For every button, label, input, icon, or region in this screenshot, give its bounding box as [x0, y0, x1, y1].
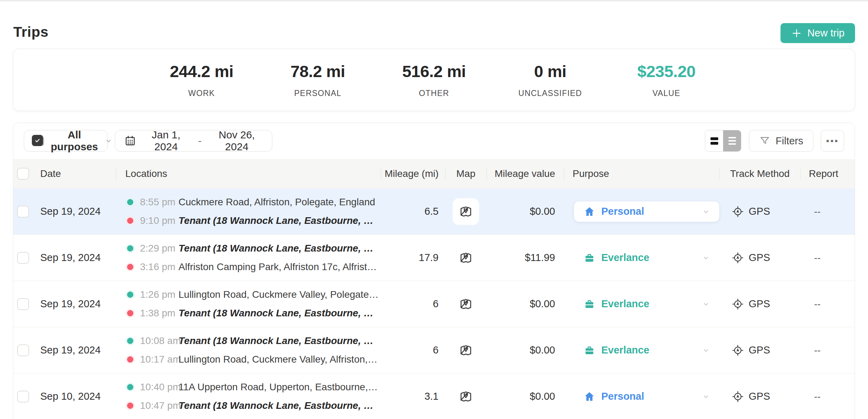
trip-mileage-value: $0.00 [486, 298, 564, 310]
trip-mileage-value: $0.00 [486, 391, 564, 402]
stat-other-label: OTHER [376, 89, 492, 98]
row-checkbox-cell [13, 298, 38, 310]
trip-start-location: Tenant (18 Wannock Lane, Eastbourne, Eng… [178, 243, 380, 254]
trip-track-method: GPS [719, 252, 800, 264]
purpose-select[interactable]: Personal [574, 386, 719, 407]
chevron-down-icon [104, 137, 113, 145]
row-checkbox[interactable] [17, 252, 29, 264]
trip-mileage-value: $0.00 [486, 206, 564, 217]
purpose-label: Personal [601, 206, 644, 217]
map-button[interactable] [453, 383, 479, 410]
trip-mileage-value: $11.99 [486, 252, 564, 263]
trip-mileage: 6.5 [381, 206, 445, 217]
row-checkbox[interactable] [17, 391, 29, 403]
trip-map-cell [445, 337, 486, 364]
purpose-select[interactable]: Everlance [574, 294, 719, 314]
trip-start-time: 8:55 pm [140, 197, 178, 208]
trip-mileage: 6 [381, 298, 445, 310]
trip-start: 1:26 pm Lullington Road, Cuckmere Valley… [126, 289, 381, 300]
trip-end: 3:16 pm Alfriston Camping Park, Alfristo… [126, 262, 381, 272]
briefcase-icon [583, 252, 596, 264]
trip-start-location: Cuckmere Road, Alfriston, Polegate, Engl… [178, 197, 375, 208]
calendar-icon [124, 135, 136, 147]
purpose-filter-dropdown[interactable]: All purposes [24, 130, 108, 152]
stat-unclassified-value: 0 mi [492, 62, 608, 81]
map-pin-icon [458, 204, 474, 219]
page-header: Trips New trip [0, 1, 868, 49]
map-pin-icon [458, 250, 474, 266]
select-all-checkbox[interactable] [17, 168, 29, 180]
track-method-label: GPS [749, 391, 770, 402]
checked-square-icon [32, 135, 44, 147]
purpose-select[interactable]: Everlance [574, 248, 719, 268]
card-view-toggle[interactable] [705, 130, 723, 151]
table-row[interactable]: Sep 19, 2024 10:08 am Tenant (18 Wannock… [13, 327, 855, 373]
chevron-down-icon [702, 254, 710, 262]
purpose-select[interactable]: Personal [574, 201, 719, 222]
trip-track-method: GPS [719, 391, 800, 403]
trip-report: -- [800, 345, 855, 356]
trip-end-time: 10:47 pm [140, 400, 178, 411]
stat-unclassified: 0 mi UNCLASSIFIED [492, 62, 608, 98]
gps-compass-icon [732, 252, 744, 264]
row-checkbox-cell [13, 344, 38, 356]
trip-map-cell [445, 198, 486, 225]
trip-track-method: GPS [719, 344, 800, 356]
trip-end-location: Alfriston Camping Park, Alfriston 17c, A… [178, 261, 380, 273]
select-all-checkbox-cell [13, 159, 38, 188]
more-options-button[interactable]: ••• [821, 130, 844, 152]
trip-purpose-cell: Personal [564, 386, 719, 407]
row-checkbox[interactable] [17, 344, 29, 356]
column-header-map: Map [445, 159, 486, 188]
table-row[interactable]: Sep 10, 2024 10:40 pm 11A Upperton Road,… [13, 373, 855, 419]
trip-locations: 1:26 pm Lullington Road, Cuckmere Valley… [116, 289, 381, 318]
page-title: Trips [13, 24, 48, 40]
map-button[interactable] [453, 337, 479, 364]
trip-track-method: GPS [719, 298, 800, 310]
trip-locations: 10:08 am Tenant (18 Wannock Lane, Eastbo… [116, 336, 381, 365]
end-dot-icon [126, 217, 134, 225]
trip-summary-card: 244.2 mi WORK 78.2 mi PERSONAL 516.2 mi … [13, 49, 855, 111]
column-header-track-method: Track Method [719, 159, 800, 188]
map-pin-icon [458, 343, 474, 358]
purpose-select[interactable]: Everlance [574, 340, 719, 360]
trip-mileage: 3.1 [381, 391, 445, 402]
start-dot-icon [126, 244, 134, 253]
stat-other: 516.2 mi OTHER [376, 62, 492, 98]
stat-unclassified-label: UNCLASSIFIED [492, 89, 608, 98]
stat-personal-value: 78.2 mi [260, 62, 376, 81]
filters-button[interactable]: Filters [749, 130, 813, 152]
new-trip-button[interactable]: New trip [780, 23, 855, 43]
trip-start: 2:29 pm Tenant (18 Wannock Lane, Eastbou… [126, 243, 381, 254]
trip-end: 10:47 pm Tenant (18 Wannock Lane, Eastbo… [126, 400, 381, 411]
chevron-down-icon [702, 300, 710, 308]
trip-end-time: 9:10 pm [140, 215, 178, 226]
row-checkbox-cell [13, 252, 38, 264]
list-view-toggle[interactable] [723, 130, 741, 151]
row-checkbox[interactable] [17, 298, 29, 310]
date-range-end: Nov 26, 2024 [211, 129, 263, 153]
table-row[interactable]: Sep 19, 2024 8:55 pm Cuckmere Road, Alfr… [13, 188, 855, 235]
trip-end-location: Tenant (18 Wannock Lane, Eastbourne, Eng… [178, 215, 380, 226]
trip-start: 10:40 pm 11A Upperton Road, Upperton, Ea… [126, 382, 381, 392]
track-method-label: GPS [749, 206, 770, 217]
table-row[interactable]: Sep 19, 2024 2:29 pm Tenant (18 Wannock … [13, 235, 855, 281]
trip-date: Sep 10, 2024 [38, 391, 116, 402]
trip-purpose-cell: Everlance [564, 294, 719, 314]
column-header-mileage-value: Mileage value [486, 159, 564, 188]
trip-start-location: Lullington Road, Cuckmere Valley, Polega… [178, 289, 380, 300]
map-button[interactable] [453, 198, 479, 225]
column-header-date: Date [38, 159, 116, 188]
start-dot-icon [126, 337, 134, 345]
trip-mileage-value: $0.00 [486, 344, 564, 356]
row-checkbox[interactable] [17, 206, 29, 218]
table-row[interactable]: Sep 19, 2024 1:26 pm Lullington Road, Cu… [13, 281, 855, 327]
map-button[interactable] [453, 291, 479, 317]
map-button[interactable] [453, 245, 479, 271]
stat-value-value: $235.20 [608, 62, 724, 81]
trip-start-time: 1:26 pm [140, 289, 178, 300]
trip-map-cell [445, 291, 486, 317]
trip-date: Sep 19, 2024 [38, 252, 116, 263]
trip-end-time: 1:38 pm [140, 308, 178, 319]
date-range-picker[interactable]: Jan 1, 2024 - Nov 26, 2024 [115, 130, 272, 152]
